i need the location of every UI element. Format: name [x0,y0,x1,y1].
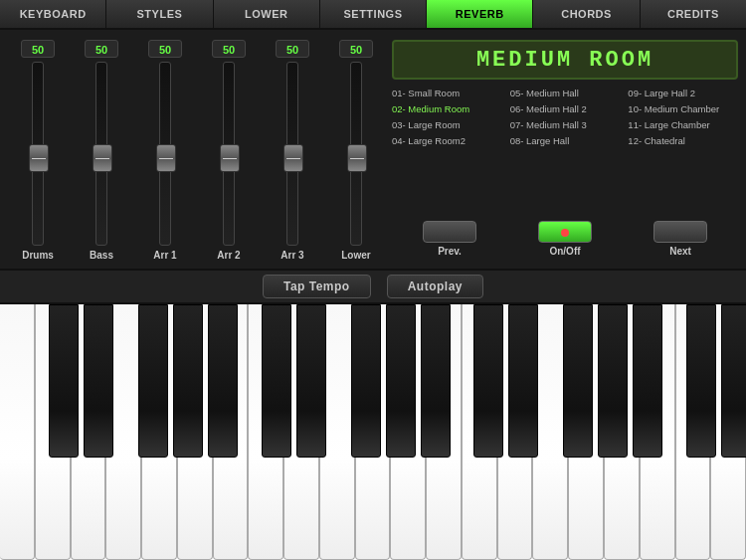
reverb-list-item[interactable]: 07- Medium Hall 3 [510,117,621,133]
white-key-15[interactable] [532,304,568,560]
fader-value: 50 [212,40,246,58]
fader-track[interactable] [159,62,171,246]
white-key-5[interactable] [177,304,213,560]
reverb-lists: 01- Small Room02- Medium Room03- Large R… [392,86,738,215]
white-key-17[interactable] [604,304,640,560]
white-key-16[interactable] [568,304,604,560]
nav-btn-lower[interactable]: LOWER [214,0,320,28]
white-key-11[interactable] [390,304,426,560]
reverb-list-col-2: 05- Medium Hall06- Medium Hall 207- Medi… [510,86,621,215]
white-key-8[interactable] [283,304,319,560]
white-key-14[interactable] [497,304,533,560]
white-key-0[interactable] [0,304,35,560]
fader-handle[interactable] [347,144,367,172]
fader-value: 50 [148,40,182,58]
reverb-list-item[interactable]: 02- Medium Room [392,101,502,117]
reverb-list-item[interactable]: 10- Medium Chamber [628,101,738,117]
reverb-ctrl-on-off: On/Off [538,221,592,257]
white-key-13[interactable] [462,304,497,560]
fader-handle[interactable] [283,144,303,172]
reverb-next-button[interactable] [653,221,707,243]
fader-track[interactable] [286,62,298,246]
reverb-list-item[interactable]: 05- Medium Hall [510,86,621,101]
white-key-2[interactable] [71,304,106,560]
fader-channel-drums: 50Drums [8,40,68,261]
reverb-prev-label: Prev. [438,246,462,257]
nav-btn-settings[interactable]: SETTINGS [320,0,427,28]
reverb-prev-button[interactable] [423,221,476,243]
fader-value: 50 [276,40,309,58]
white-key-9[interactable] [319,304,355,560]
fader-value: 50 [21,40,55,58]
reverb-list-item[interactable]: 08- Large Hall [510,133,621,149]
autoplay-button[interactable]: Autoplay [387,275,483,298]
white-keys-row [0,304,746,560]
fader-channel-arr3: 50Arr 3 [263,40,322,261]
reverb-on-off-button[interactable] [538,221,592,243]
white-key-1[interactable] [35,304,71,560]
fader-handle[interactable] [156,144,176,172]
fader-label: Arr 3 [280,250,303,261]
white-key-18[interactable] [640,304,675,560]
piano-container [0,304,746,560]
nav-btn-chords[interactable]: CHORDS [533,0,640,28]
fader-channel-bass: 50Bass [72,40,131,261]
main-panel: 50Drums50Bass50Arr 150Arr 250Arr 350Lowe… [0,30,746,269]
reverb-ctrl-next: Next [653,221,707,257]
fader-label: Lower [341,250,370,261]
white-key-10[interactable] [355,304,391,560]
fader-label: Drums [22,250,54,261]
fader-channel-arr1: 50Arr 1 [135,40,195,261]
reverb-list-item[interactable]: 04- Large Room2 [392,133,502,149]
reverb-list-item[interactable]: 03- Large Room [392,117,502,133]
white-key-20[interactable] [710,304,746,560]
fader-label: Arr 2 [217,250,240,261]
white-key-7[interactable] [248,304,283,560]
fader-value: 50 [85,40,118,58]
reverb-list-item[interactable]: 09- Large Hall 2 [628,86,738,101]
fader-track[interactable] [350,62,362,246]
reverb-list-item[interactable]: 12- Chatedral [628,133,738,149]
fader-label: Bass [90,250,113,261]
reverb-list-col-3: 09- Large Hall 210- Medium Chamber11- La… [628,86,738,215]
nav-btn-credits[interactable]: CREDITS [641,0,746,28]
fader-label: Arr 1 [153,250,176,261]
faders-section: 50Drums50Bass50Arr 150Arr 250Arr 350Lowe… [8,40,386,261]
reverb-section: MEDIUM ROOM 01- Small Room02- Medium Roo… [392,40,738,261]
fader-handle[interactable] [93,144,112,172]
reverb-display: MEDIUM ROOM [392,40,738,80]
fader-handle[interactable] [220,144,240,172]
reverb-ctrl-prev: Prev. [423,221,476,257]
fader-channel-lower: 50Lower [326,40,386,261]
nav-btn-keyboard[interactable]: KEYBOARD [0,0,106,28]
top-navigation: KEYBOARDSTYLESLOWERSETTINGSREVERBCHORDSC… [0,0,746,30]
fader-track[interactable] [95,62,107,246]
fader-value: 50 [339,40,373,58]
fader-track[interactable] [223,62,235,246]
nav-btn-styles[interactable]: STYLES [106,0,213,28]
fader-channel-arr2: 50Arr 2 [199,40,259,261]
reverb-list-item[interactable]: 01- Small Room [392,86,502,101]
fader-handle[interactable] [29,144,49,172]
reverb-next-label: Next [669,246,691,257]
bottom-controls: Tap Tempo Autoplay [0,269,746,304]
reverb-list-item[interactable]: 11- Large Chamber [628,117,738,133]
nav-btn-reverb[interactable]: REVERB [427,0,533,28]
reverb-name: MEDIUM ROOM [476,48,653,73]
fader-track[interactable] [32,62,44,246]
white-key-19[interactable] [675,304,711,560]
reverb-list-col-1: 01- Small Room02- Medium Room03- Large R… [392,86,502,215]
white-key-6[interactable] [213,304,249,560]
white-key-3[interactable] [105,304,141,560]
tap-tempo-button[interactable]: Tap Tempo [263,275,371,298]
reverb-list-item[interactable]: 06- Medium Hall 2 [510,101,621,117]
reverb-controls: Prev.On/OffNext [392,221,738,261]
white-key-12[interactable] [426,304,462,560]
reverb-on-off-label: On/Off [549,246,580,257]
white-key-4[interactable] [141,304,177,560]
